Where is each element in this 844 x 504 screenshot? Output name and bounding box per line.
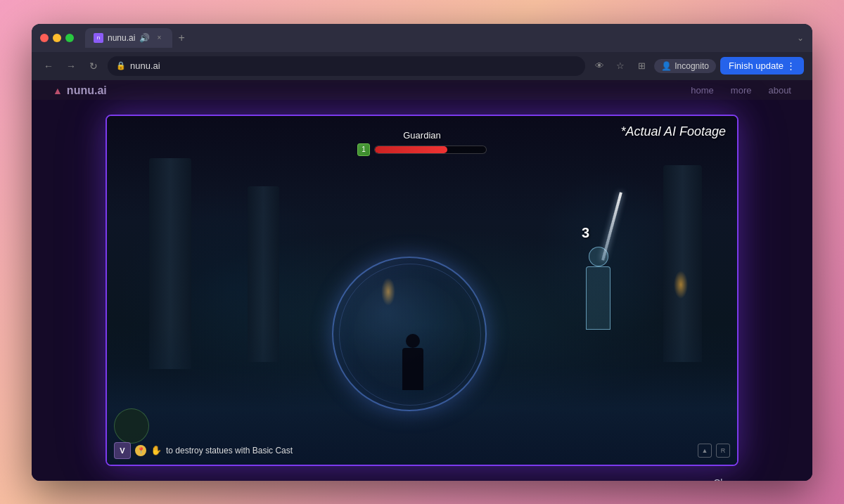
hint-pin-icon: 📍 bbox=[135, 445, 146, 456]
warrior-body bbox=[586, 266, 610, 330]
window-menu-icon[interactable]: ⌄ bbox=[797, 33, 804, 43]
nav-link-home[interactable]: home bbox=[691, 85, 714, 96]
eye-slash-icon[interactable]: 👁 bbox=[591, 58, 608, 75]
close-modal-button[interactable]: Close bbox=[713, 477, 738, 481]
page-content: ▲ nunu.ai home more about *Actual AI Foo… bbox=[32, 80, 812, 481]
modal-wrapper: *Actual AI Footage bbox=[106, 115, 738, 466]
tab-audio-icon[interactable]: 🔊 bbox=[139, 33, 150, 43]
video-modal: *Actual AI Footage bbox=[106, 115, 738, 466]
bookmark-icon[interactable]: ☆ bbox=[612, 58, 629, 75]
security-lock-icon: 🔒 bbox=[116, 61, 126, 70]
tab-label: nunu.ai bbox=[108, 33, 135, 43]
browser-window: n nunu.ai 🔊 × + ⌄ ← → ↻ 🔒 nunu.ai 👁 ☆ ⊞ … bbox=[32, 24, 812, 481]
health-icon: 1 bbox=[357, 143, 370, 156]
health-bar-background bbox=[374, 146, 487, 154]
warrior-character bbox=[586, 257, 610, 330]
url-text: nunu.ai bbox=[130, 60, 160, 71]
health-bar-container: 1 bbox=[357, 143, 487, 156]
minimap bbox=[114, 408, 149, 444]
nav-link-more[interactable]: more bbox=[731, 85, 752, 96]
title-bar: n nunu.ai 🔊 × + ⌄ bbox=[32, 24, 812, 52]
incognito-label: Incognito bbox=[674, 61, 709, 71]
logo-text: nunu.ai bbox=[67, 84, 107, 97]
bottom-right-hud: ▲ R bbox=[698, 444, 730, 458]
active-tab[interactable]: n nunu.ai 🔊 × bbox=[85, 28, 172, 48]
guardian-name-label: Guardian bbox=[403, 130, 440, 141]
extensions-icon[interactable]: ⊞ bbox=[633, 58, 650, 75]
nav-icons-right: 👁 ☆ ⊞ 👤 Incognito Finish update ⋮ bbox=[591, 57, 804, 75]
maximize-window-button[interactable] bbox=[65, 34, 74, 42]
forward-button[interactable]: → bbox=[63, 58, 79, 75]
hud-icon-2: R bbox=[716, 444, 730, 458]
page-nav: ▲ nunu.ai home more about bbox=[32, 80, 812, 101]
nav-link-about[interactable]: about bbox=[768, 85, 791, 96]
finish-update-label: Finish update bbox=[729, 60, 784, 71]
finish-update-button[interactable]: Finish update ⋮ bbox=[720, 57, 804, 75]
bottom-hud: V 📍 ✋ to destroy statues with Basic Cast… bbox=[107, 442, 737, 459]
hud-health-bar: Guardian 1 bbox=[357, 130, 487, 156]
address-bar[interactable]: 🔒 nunu.ai bbox=[108, 56, 585, 76]
tab-close-button[interactable]: × bbox=[154, 33, 164, 43]
back-button[interactable]: ← bbox=[40, 58, 57, 75]
site-logo: ▲ nunu.ai bbox=[53, 84, 107, 97]
torch-right bbox=[674, 271, 688, 299]
damage-number: 3 bbox=[582, 225, 589, 241]
finish-update-menu-icon: ⋮ bbox=[786, 60, 795, 71]
ai-footage-label: *Actual AI Footage bbox=[621, 124, 726, 139]
nav-links: home more about bbox=[691, 85, 791, 96]
close-window-button[interactable] bbox=[40, 34, 49, 42]
title-bar-right: ⌄ bbox=[797, 33, 804, 43]
health-bar-fill bbox=[375, 146, 447, 153]
traffic-lights bbox=[40, 34, 74, 42]
caster-head bbox=[406, 334, 420, 348]
hud-icon-1: ▲ bbox=[698, 444, 712, 458]
hint-box: V 📍 ✋ to destroy statues with Basic Cast bbox=[114, 442, 293, 459]
new-tab-button[interactable]: + bbox=[175, 32, 187, 44]
tab-favicon: n bbox=[94, 33, 103, 43]
caster-body bbox=[402, 348, 423, 390]
incognito-icon: 👤 bbox=[661, 61, 672, 71]
warrior-head bbox=[589, 247, 608, 266]
hint-text: to destroy statues with Basic Cast bbox=[166, 446, 293, 455]
modal-overlay: *Actual AI Footage bbox=[32, 100, 812, 481]
logo-icon: ▲ bbox=[53, 85, 63, 96]
hint-hand-icon: ✋ bbox=[151, 445, 162, 455]
game-scene: 3 Guardian 1 bbox=[107, 116, 737, 465]
refresh-button[interactable]: ↻ bbox=[85, 58, 102, 75]
incognito-button[interactable]: 👤 Incognito bbox=[654, 59, 716, 73]
tab-bar: n nunu.ai 🔊 × + bbox=[85, 28, 791, 48]
nav-bar: ← → ↻ 🔒 nunu.ai 👁 ☆ ⊞ 👤 Incognito Finish… bbox=[32, 52, 812, 80]
hint-key-v: V bbox=[114, 442, 131, 459]
caster-figure bbox=[392, 334, 434, 404]
minimize-window-button[interactable] bbox=[53, 34, 61, 42]
